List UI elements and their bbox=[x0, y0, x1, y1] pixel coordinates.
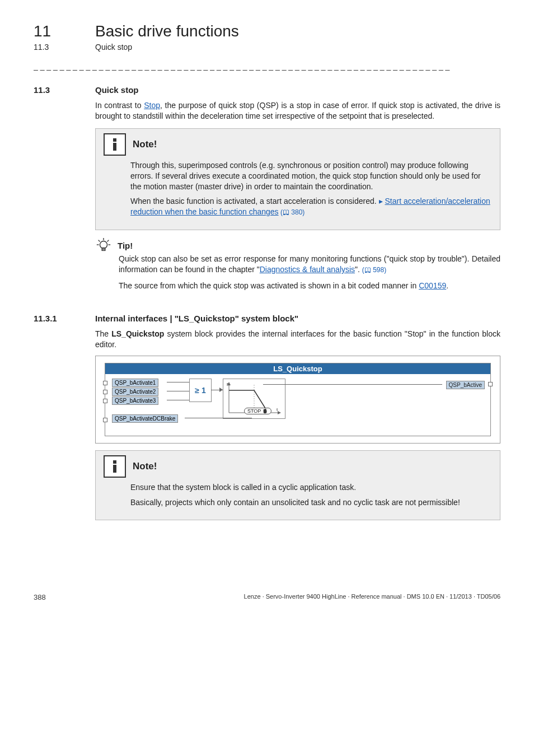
hand-icon bbox=[263, 408, 268, 414]
svg-point-5 bbox=[100, 241, 107, 249]
block-name: LS_Quickstop bbox=[111, 329, 164, 338]
port-connector bbox=[488, 382, 493, 386]
tip-title: Tip! bbox=[118, 241, 133, 250]
section-number: 11.3.1 bbox=[34, 314, 95, 323]
footer-info: Lenze · Servo-Inverter 9400 HighLine · R… bbox=[244, 593, 500, 601]
page-number: 388 bbox=[34, 593, 46, 601]
input-port: QSP_bActivate3 bbox=[112, 396, 158, 405]
note-text: When the basic function is activated, a … bbox=[130, 196, 491, 217]
section-title: Internal interfaces | "LS_Quickstop" sys… bbox=[95, 314, 298, 323]
page-ref: (🕮 380) bbox=[279, 208, 305, 216]
tip-text: Quick stop can also be set as error resp… bbox=[119, 254, 500, 275]
svg-line-1 bbox=[99, 240, 100, 242]
block-title: LS_Quickstop bbox=[105, 363, 490, 374]
note-title: Note! bbox=[133, 139, 157, 150]
diagram-frame: LS_Quickstop QSP_bActivate1 QSP_bActivat… bbox=[95, 356, 500, 444]
tip-text-pre: The source from which the quick stop was… bbox=[119, 281, 419, 290]
subsection-number: 11.3 bbox=[34, 43, 95, 52]
section-paragraph: The LS_Quickstop system block provides t… bbox=[95, 329, 500, 350]
section-number: 11.3 bbox=[34, 85, 95, 95]
text: The bbox=[95, 329, 111, 338]
note-title: Note! bbox=[133, 461, 157, 472]
note-box: Note! Ensure that the system block is ca… bbox=[95, 450, 500, 521]
stop-badge: STOP bbox=[244, 408, 271, 414]
code-link[interactable]: C00159 bbox=[419, 281, 446, 290]
svg-line-2 bbox=[107, 240, 109, 242]
section-title: Quick stop bbox=[95, 85, 139, 95]
note-text: Basically, projects which only contain a… bbox=[130, 497, 491, 508]
port-connector bbox=[103, 390, 107, 394]
or-gate: ≥ 1 bbox=[189, 379, 212, 402]
svg-marker-11 bbox=[278, 411, 281, 414]
divider bbox=[34, 62, 500, 71]
stop-link[interactable]: Stop bbox=[144, 101, 160, 110]
chapter-title: Basic drive functions bbox=[95, 22, 239, 40]
output-port: QSP_bActive bbox=[446, 381, 485, 389]
subsection-title: Quick stop bbox=[95, 43, 132, 52]
note-text: Ensure that the system block is called i… bbox=[130, 482, 491, 493]
info-icon bbox=[104, 455, 126, 478]
page-ref: (🕮 598) bbox=[362, 266, 386, 274]
note-text: Through this, superimposed controls (e.g… bbox=[130, 160, 491, 192]
tip-text-post: . bbox=[446, 281, 448, 290]
ls-quickstop-block: LS_Quickstop QSP_bActivate1 QSP_bActivat… bbox=[105, 363, 491, 436]
port-connector bbox=[103, 418, 107, 422]
stop-label: STOP bbox=[247, 408, 261, 414]
note-box: Note! Through this, superimposed control… bbox=[95, 128, 500, 230]
tip-icon bbox=[95, 237, 112, 254]
tip-text: The source from which the quick stop was… bbox=[119, 281, 500, 291]
info-icon bbox=[104, 133, 126, 156]
input-port: QSP_bActivate2 bbox=[112, 388, 158, 396]
port-connector bbox=[103, 381, 107, 385]
intro-text-pre: In contrast to bbox=[95, 101, 144, 110]
input-port: QSP_bActivateDCBrake bbox=[112, 414, 178, 423]
tip-text-post: ". bbox=[355, 265, 360, 274]
input-port: QSP_bActivate1 bbox=[112, 379, 158, 387]
port-connector bbox=[103, 399, 107, 403]
intro-paragraph: In contrast to Stop, the purpose of quic… bbox=[95, 100, 500, 122]
note-text-pre: When the basic function is activated, a … bbox=[130, 197, 379, 206]
diagnostics-link[interactable]: Diagnostics & fault analysis bbox=[260, 265, 355, 274]
chapter-number: 11 bbox=[34, 22, 95, 40]
